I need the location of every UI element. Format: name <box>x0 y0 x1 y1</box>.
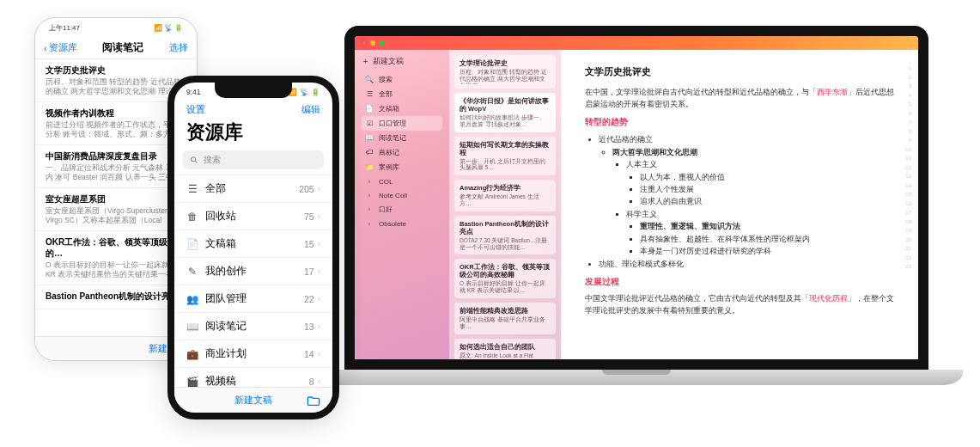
chevron-left-icon: ‹ <box>44 43 47 53</box>
notch <box>215 83 292 98</box>
back-button[interactable]: ‹ 资源库 <box>44 41 77 54</box>
library-row[interactable]: ✎我的创作17› <box>174 257 332 285</box>
sidebar-item[interactable]: 🏷商标记 <box>362 145 442 160</box>
note-title: 文学理论批评史 <box>460 59 551 67</box>
sidebar-section[interactable]: ▫口好 <box>362 202 442 217</box>
note-card[interactable]: 如何选出适合自己的团队原文: An Inside Look at a Flat … <box>454 339 556 359</box>
note-preview: 室女座超星系团（Virgo Supercluster, Virgo SC）又称本… <box>46 206 186 225</box>
notes-column: 文学理论批评史历程、对象和范围 转型的趋势 近代品格的确立 两大哲学思潮和文化思… <box>449 50 561 359</box>
nav-title: 阅读笔记 <box>102 40 143 55</box>
library-row[interactable]: 👥团队管理22› <box>174 285 332 312</box>
edit-link[interactable]: 编辑 <box>301 103 320 116</box>
search-icon <box>190 156 198 164</box>
line-number: 22 <box>898 255 911 260</box>
outline-list: 近代品格的确立 两大哲学思潮和文化思潮 人本主义 以人为本，重视人的价值 注重人… <box>585 133 894 270</box>
note-title: OKR工作法：谷歌、领英等顶级公司的… <box>46 236 186 259</box>
row-label: 我的创作 <box>205 265 247 278</box>
library-row[interactable]: 📖阅读笔记13› <box>174 312 332 340</box>
trash-icon: 🗑 <box>186 211 198 223</box>
line-number: 21 <box>898 246 911 251</box>
zoom-dot-icon[interactable] <box>379 40 384 46</box>
line-number: 10 <box>898 147 911 152</box>
chevron-right-icon: › <box>318 321 320 331</box>
navbar: ‹ 资源库 阅读笔记 选择 <box>35 37 197 59</box>
section-heading: 发展过程 <box>585 277 894 288</box>
note-preview: 第一步、开机 之后打开文档里的头脑风暴 5… <box>460 158 551 172</box>
sidebar-section[interactable]: ▫COL <box>362 175 442 188</box>
sidebar-item[interactable]: ☰全部 <box>362 87 442 101</box>
search-placeholder: 搜索 <box>204 154 221 166</box>
editor[interactable]: 1234567891011121314151617181920212223 文学… <box>561 50 918 359</box>
note-title: 中国新消费品牌深度复盘目录 <box>46 150 186 162</box>
note-card[interactable]: 短期如何写长期文章的实操教程第一步、开机 之后打开文档里的头脑风暴 5… <box>454 137 556 176</box>
sidebar-section[interactable]: ▫Note Coll <box>362 188 442 202</box>
folder-icon: ▫ <box>365 219 374 228</box>
note-preview: 如何找到好的故事想法 步骤一、第月盘算 寻找叙述对象… <box>460 114 551 128</box>
line-number: 17 <box>898 210 911 215</box>
row-count: 8 <box>309 377 314 387</box>
sidebar-section-label: 口好 <box>379 205 393 214</box>
note-title: Bastion Pantheon机制的设计亮点 <box>46 291 186 302</box>
new-doc-button[interactable]: ＋ 新建文稿 <box>362 57 442 67</box>
line-number: 11 <box>898 156 911 161</box>
note-card[interactable]: 文学理论批评史历程、对象和范围 转型的趋势 近代品格的确立 两大哲学思潮和文化思… <box>454 55 556 89</box>
library-row[interactable]: 📄文稿箱15› <box>174 230 332 257</box>
sidebar-item[interactable]: ☑口口管理 <box>362 116 442 131</box>
row-count: 75 <box>304 211 314 222</box>
chevron-right-icon: › <box>318 377 320 386</box>
line-number: 13 <box>898 174 911 179</box>
sidebar-section[interactable]: ▫Obsolete <box>362 217 442 230</box>
settings-link[interactable]: 设置 <box>186 103 205 116</box>
sidebar-section-label: COL <box>379 178 393 186</box>
note-title: 短期如何写长期文章的实操教程 <box>460 141 551 156</box>
sidebar-item[interactable]: 📁案例库 <box>362 160 442 175</box>
library-row[interactable]: 🗑回收站75› <box>174 202 332 230</box>
library-row[interactable]: ☰全部205› <box>174 175 332 202</box>
chevron-right-icon: › <box>318 266 320 276</box>
note-card[interactable]: Bastion Pantheon机制的设计亮点DOTA2 7.30 关键词 Ba… <box>454 216 556 255</box>
sidebar-item-label: 口口管理 <box>379 119 406 128</box>
pen-icon: ✎ <box>186 266 198 278</box>
line-number: 7 <box>898 119 911 125</box>
note-card[interactable]: 《华尔街日报》是如何讲故事的 WopV如何找到好的故事想法 步骤一、第月盘算 寻… <box>454 93 556 132</box>
note-title: 如何选出适合自己的团队 <box>460 343 551 351</box>
note-preview: O 表示目标好的目标 让你一起床就 KR 表示关键结果 以… <box>460 280 551 294</box>
library-rows: ☰全部205›🗑回收站75›📄文稿箱15›✎我的创作17›👥团队管理22›📖阅读… <box>174 175 332 419</box>
navbar: 设置 编辑 <box>174 101 332 118</box>
app-content: ＋ 新建文稿 🔍搜索☰全部📄文稿箱☑口口管理📖阅读笔记🏷商标记📁案例库 ▫COL… <box>355 50 918 359</box>
select-button[interactable]: 选择 <box>169 41 188 54</box>
note-card[interactable]: OKR工作法：谷歌、领英等顶级公司的高效秘籍O 表示目标好的目标 让你一起床就 … <box>454 259 556 298</box>
minimize-dot-icon[interactable] <box>370 40 375 46</box>
note-card[interactable]: Amazing行为经济学参考文献 Andreoni James 生活方… <box>454 180 556 211</box>
status-time: 上午11:47 <box>49 23 80 33</box>
status-icons: 📶 📡 🔋 <box>288 88 320 96</box>
line-number: 1 <box>898 65 911 70</box>
chevron-right-icon: › <box>318 294 320 303</box>
row-label: 回收站 <box>205 210 236 223</box>
sidebar: ＋ 新建文稿 🔍搜索☰全部📄文稿箱☑口口管理📖阅读笔记🏷商标记📁案例库 ▫COL… <box>355 50 449 359</box>
library-row[interactable]: 💼商业计划14› <box>174 340 332 367</box>
new-folder-icon[interactable] <box>307 395 320 407</box>
video-icon: 🎬 <box>186 376 198 388</box>
sidebar-item-label: 全部 <box>379 89 393 99</box>
close-dot-icon[interactable] <box>362 40 367 46</box>
sidebar-item[interactable]: 🔍搜索 <box>362 72 442 87</box>
sidebar-item-label: 搜索 <box>379 75 393 84</box>
laptop-base <box>310 370 963 385</box>
sidebar-item[interactable]: 📄文稿箱 <box>362 101 442 116</box>
search-input[interactable]: 搜索 <box>183 150 324 169</box>
note-card[interactable]: 前端性能精典改造思路阿里中台战略 基础平台共享业务事… <box>454 303 556 334</box>
note-title: Bastion Pantheon机制的设计亮点 <box>460 220 551 236</box>
plus-icon: ＋ <box>362 57 369 67</box>
folder-icon: ▫ <box>365 191 374 199</box>
folder-icon: ▫ <box>365 177 374 186</box>
doc-icon: 📄 <box>365 105 374 113</box>
chevron-right-icon: › <box>318 211 320 221</box>
section-heading: 转型的趋势 <box>585 117 894 128</box>
chevron-right-icon: › <box>318 184 320 193</box>
note-title: 前端性能精典改造思路 <box>460 307 551 315</box>
line-number: 16 <box>898 201 911 206</box>
line-number: 9 <box>898 138 911 143</box>
sidebar-item[interactable]: 📖阅读笔记 <box>362 131 442 145</box>
new-doc-button[interactable]: 新建文稿 <box>234 394 272 407</box>
